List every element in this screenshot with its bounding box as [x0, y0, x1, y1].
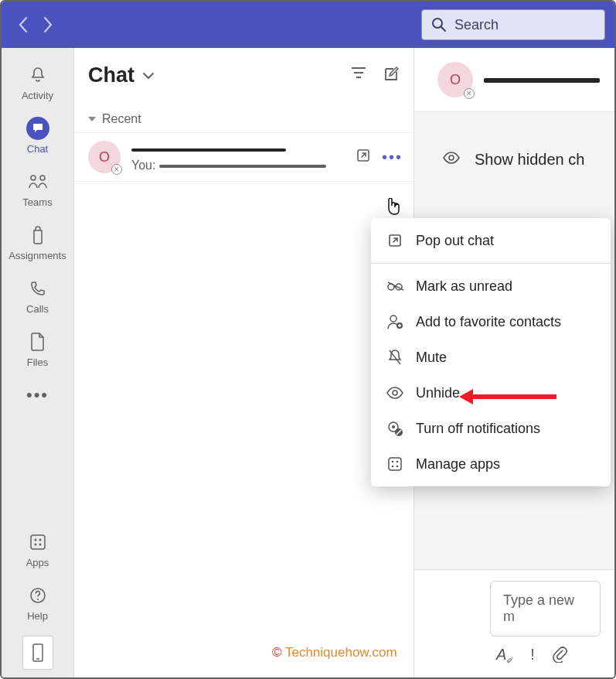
rail-help[interactable]: Help [2, 576, 73, 630]
menu-label: Manage apps [416, 456, 500, 473]
calls-icon [29, 277, 46, 300]
rail-label: Files [27, 357, 48, 368]
chevron-down-icon[interactable] [142, 69, 155, 83]
watermark-site: Techniquehow.com [285, 645, 397, 660]
menu-add-favorite[interactable]: Add to favorite contacts [371, 304, 611, 340]
conversation-header: O ✕ [414, 48, 614, 112]
help-icon [29, 584, 47, 607]
svg-point-7 [34, 544, 36, 546]
menu-divider [371, 263, 611, 264]
menu-manage-apps[interactable]: Manage apps [371, 446, 611, 482]
chat-list-item[interactable]: O ✕ You: ••• [74, 132, 414, 182]
svg-point-24 [393, 391, 397, 395]
rail-more[interactable]: ••• [26, 376, 49, 415]
menu-label: Add to favorite contacts [416, 314, 561, 330]
eye-icon [386, 384, 403, 401]
avatar-initial: O [99, 149, 110, 165]
rail-activity[interactable]: Activity [2, 56, 73, 109]
more-options-button[interactable]: ••• [382, 148, 403, 166]
svg-point-32 [392, 466, 394, 468]
message-input[interactable]: Type a new m [490, 581, 601, 636]
menu-label: Mute [416, 350, 447, 366]
assignments-icon [29, 223, 46, 247]
svg-point-21 [390, 316, 396, 322]
rail-label: Chat [27, 143, 48, 155]
rail-files[interactable]: Files [2, 322, 73, 376]
glasses-icon [386, 278, 403, 295]
triangle-down-icon [88, 117, 96, 121]
rail-label: Apps [26, 557, 49, 568]
nav-back-button[interactable] [11, 12, 36, 37]
rail-device-button[interactable] [22, 636, 53, 670]
bell-icon [29, 63, 47, 87]
rail-calls[interactable]: Calls [2, 269, 73, 322]
format-icon[interactable]: A✐ [496, 646, 513, 667]
phone-icon [32, 643, 44, 663]
watermark: © Techniquehow.com [272, 645, 397, 660]
rail-assignments[interactable]: Assignments [2, 216, 73, 269]
svg-line-1 [441, 27, 445, 31]
rail-label: Help [27, 610, 48, 622]
svg-point-3 [40, 176, 45, 180]
menu-label: Turn off notifications [416, 421, 540, 437]
chat-list-panel: Chat Recent O ✕ [74, 48, 414, 677]
chatlist-title: Chat [88, 63, 134, 87]
svg-point-8 [39, 544, 41, 546]
watermark-copyright: © [272, 645, 285, 660]
avatar-initial: O [450, 72, 461, 88]
chatlist-header: Chat [74, 48, 414, 106]
attach-icon[interactable] [552, 646, 567, 667]
chat-icon [26, 117, 49, 140]
teams-icon [27, 170, 49, 193]
rail-label: Activity [22, 90, 53, 101]
annotation-arrow [471, 394, 556, 399]
popout-icon[interactable] [356, 148, 371, 166]
svg-point-26 [392, 425, 395, 428]
search-placeholder: Search [454, 17, 499, 33]
popout-icon [386, 232, 403, 249]
menu-turn-off-notifications[interactable]: Turn off notifications [371, 411, 611, 446]
svg-point-6 [39, 539, 41, 541]
rail-chat[interactable]: Chat [2, 109, 73, 162]
menu-popout-chat[interactable]: Pop out chat [371, 223, 611, 258]
filter-icon[interactable] [350, 66, 367, 86]
menu-label: Mark as unread [416, 278, 512, 295]
show-hidden-banner[interactable]: Show hidden ch [442, 151, 614, 169]
compose-icon[interactable] [383, 66, 400, 86]
conversation-title [484, 70, 600, 90]
gear-off-icon [386, 420, 403, 437]
menu-unhide[interactable]: Unhide [371, 375, 611, 411]
svg-point-2 [31, 176, 36, 180]
svg-point-31 [396, 461, 399, 463]
apps-icon [386, 456, 403, 473]
svg-point-5 [34, 539, 36, 541]
files-icon [30, 330, 46, 353]
section-recent[interactable]: Recent [74, 106, 414, 132]
compose-area: Type a new m A✐ ! [414, 569, 614, 677]
presence-offline-icon: ✕ [464, 88, 475, 99]
menu-mute[interactable]: Mute [371, 340, 611, 375]
svg-point-30 [392, 461, 394, 463]
person-add-icon [386, 313, 403, 330]
nav-forward-button[interactable] [36, 12, 60, 37]
svg-point-10 [37, 599, 39, 600]
menu-mark-unread[interactable]: Mark as unread [371, 268, 611, 304]
svg-point-33 [396, 466, 399, 468]
avatar: O ✕ [88, 141, 121, 173]
message-placeholder: Type a new m [503, 592, 574, 624]
chat-context-menu: Pop out chat Mark as unread Add to favor… [371, 218, 611, 486]
search-input[interactable]: Search [421, 9, 605, 40]
svg-point-17 [449, 155, 454, 160]
rail-label: Calls [26, 303, 49, 315]
rail-apps[interactable]: Apps [2, 523, 73, 576]
rail-label: Teams [22, 196, 52, 208]
presence-offline-icon: ✕ [111, 164, 122, 175]
app-rail: Activity Chat Teams Assignments Calls [2, 48, 74, 677]
bell-off-icon [386, 349, 403, 366]
rail-label: Assignments [9, 250, 66, 261]
svg-rect-29 [389, 458, 401, 470]
chat-item-preview: You: [131, 159, 356, 172]
priority-icon[interactable]: ! [530, 646, 535, 667]
menu-label: Pop out chat [416, 233, 494, 249]
rail-teams[interactable]: Teams [2, 162, 73, 216]
